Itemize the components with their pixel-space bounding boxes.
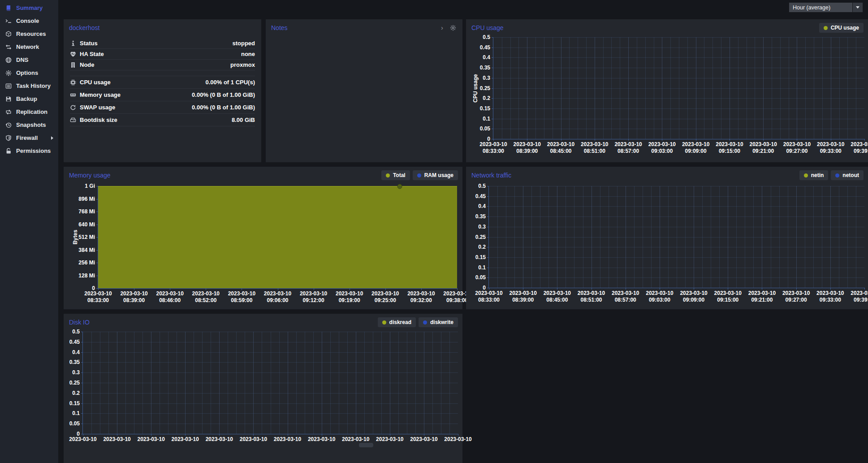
x-tick-label: 2023-03-1008:33:00 [84,290,112,304]
sidebar-item-snapshots[interactable]: Snapshots [0,118,58,131]
gridline [620,37,620,139]
list-icon [4,82,12,90]
swap-icon [70,104,80,111]
x-tick-label: 2023-03-1009:33:00 [817,141,844,155]
y-tick-mark [487,237,489,238]
x-tick-mark [288,434,288,436]
sidebar-item-replication[interactable]: Replication [0,105,58,118]
status-row-value: 0.00% (0 B of 1.00 GiB) [192,91,255,98]
x-tick-label: 2023-03-1009:06:00 [264,290,291,304]
y-tick-label: 640 Mi [78,221,95,228]
chevron-right-icon[interactable]: › [441,25,443,30]
gridline [660,186,660,288]
legend-item-cpu-usage[interactable]: CPU usage [819,23,864,33]
x-tick-mark [458,434,458,436]
legend-item-diskwrite[interactable]: diskwrite [419,317,458,327]
y-tick-mark [492,129,493,129]
gridline [839,186,839,288]
legend-label: diskread [389,319,411,325]
splitter-handle[interactable] [359,443,373,447]
timeframe-dropdown-button[interactable] [852,3,863,12]
legend-item-netout[interactable]: netout [831,170,864,180]
y-tick-mark [96,199,98,199]
gridline [805,37,806,139]
status-row-label: HA State [80,51,104,57]
sidebar-item-label: Replication [16,108,48,115]
sidebar-item-resources[interactable]: Resources [0,27,58,40]
y-tick-label: 896 Mi [78,196,95,202]
gridline [755,37,755,139]
gridline [569,37,570,139]
y-tick-label: 1 Gi [85,183,95,189]
gridline [789,37,789,139]
gridline [763,37,764,139]
status-row-value: 8.00 GiB [232,117,255,123]
exchange-icon [4,43,12,51]
legend-item-total[interactable]: Total [381,170,410,180]
y-tick-mark [96,250,98,251]
gridline [745,186,745,288]
total-memory-area [98,186,457,288]
memory-chart-title: Memory usage [64,167,116,179]
legend-dot [417,173,421,177]
gridline [685,186,686,288]
x-tick-mark [561,139,561,141]
x-tick-label: 2023-03-1009:19:00 [336,290,363,304]
legend-item-diskread[interactable]: diskread [378,317,416,327]
gridline [415,332,416,434]
legend-label: RAM usage [424,172,453,178]
sidebar-item-permissions[interactable]: Permissions [0,144,58,157]
y-tick-label: 0.4 [478,203,486,209]
status-row-value: 0.00% of 1 CPU(s) [205,79,255,86]
y-tick-mark [487,216,489,217]
sidebar-item-network[interactable]: Network [0,40,58,53]
gridline [561,37,561,139]
gridline [662,37,662,139]
status-row-status: Statusstopped [70,38,255,49]
sidebar-item-backup[interactable]: Backup [0,92,58,105]
sidebar-item-console[interactable]: Console [0,14,58,27]
x-tick-mark [831,139,831,141]
y-tick-label: 0.25 [480,85,490,91]
sidebar-item-label: Firewall [16,134,38,141]
gear-icon[interactable] [450,25,456,31]
sidebar-item-dns[interactable]: DNS [0,53,58,66]
gridline [847,37,848,139]
memory-icon [70,92,80,98]
legend-item-netin[interactable]: netin [799,170,829,180]
gridline [780,37,781,139]
y-tick-label: 0.5 [72,329,80,335]
gridline [578,37,578,139]
x-tick-mark [457,288,458,290]
sidebar-item-firewall[interactable]: Firewall [0,131,58,144]
gridline [670,37,671,139]
x-tick-label: 2023-03-1009:21:00 [749,141,777,155]
y-tick-label: 0.3 [478,224,486,230]
gridline [134,332,134,434]
sidebar-item-task-history[interactable]: Task History [0,79,58,92]
x-tick-label: 2023-03-10 [410,436,437,443]
gridline [330,332,331,434]
gridline [651,186,652,288]
gridline [595,37,595,139]
gridline [339,332,339,434]
x-tick-label: 2023-03-1009:15:00 [716,141,743,155]
gridline [738,37,738,139]
gridline [702,186,703,288]
x-tick-mark [730,139,730,141]
gridline [626,186,626,288]
gridline [347,332,348,434]
y-tick-label: 0.35 [475,213,486,220]
x-tick-label: 2023-03-1009:15:00 [714,290,742,303]
gridline [356,332,356,434]
sidebar-item-summary[interactable]: Summary [0,1,58,14]
sidebar-item-options[interactable]: Options [0,66,58,79]
y-tick-label: 768 Mi [78,208,95,215]
timeframe-select[interactable]: Hour (average) [789,2,863,13]
x-tick-mark [830,288,831,290]
memory-y-axis-title: Bytes [72,230,78,245]
status-row-label: SWAP usage [80,104,115,111]
y-tick-mark [81,352,83,353]
legend-item-ram-usage[interactable]: RAM usage [413,170,458,180]
timeframe-selected-value: Hour (average) [789,3,852,12]
